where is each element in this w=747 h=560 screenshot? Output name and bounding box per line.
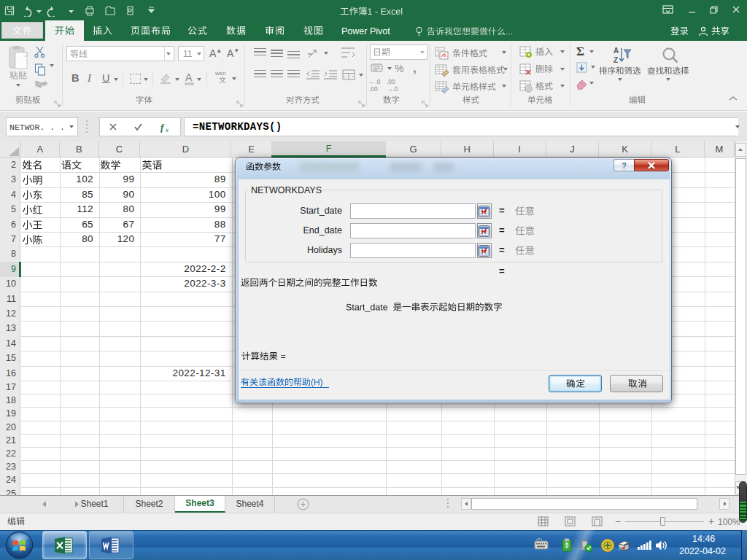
- svg-text:f: f: [160, 122, 165, 133]
- svg-text:Z: Z: [614, 56, 618, 64]
- svg-text:x: x: [165, 126, 169, 133]
- svg-text:A: A: [614, 47, 619, 55]
